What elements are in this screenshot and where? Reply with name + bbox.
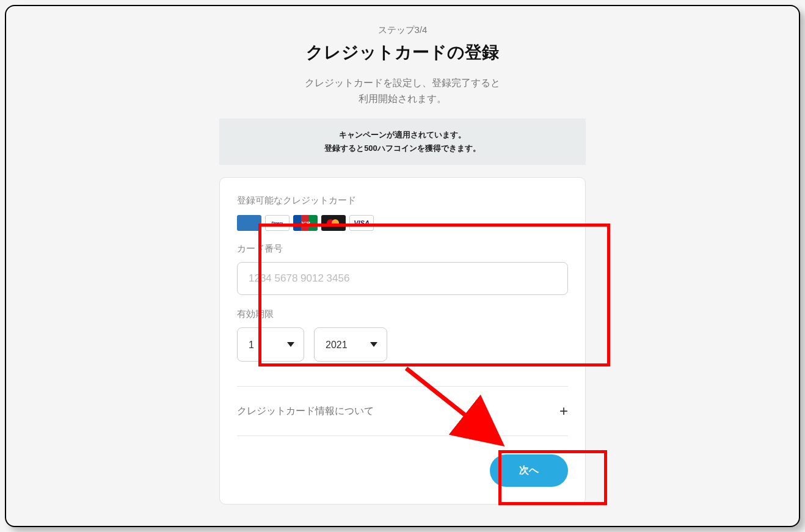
expiry-row: 1 2021 (237, 327, 568, 362)
card-number-input[interactable] (237, 262, 568, 295)
mastercard-icon (321, 215, 346, 231)
diners-icon: Diners (265, 215, 290, 231)
jcb-icon: JCB (293, 215, 318, 231)
page-frame: ステップ3/4 クレジットカードの登録 クレジットカードを設定し、登録完了すると… (5, 5, 800, 527)
next-button[interactable]: 次へ (490, 454, 568, 487)
campaign-banner: キャンペーンが適用されています。 登録すると500ハフコインを獲得できます。 (219, 118, 586, 165)
plus-icon: + (559, 403, 568, 420)
subtitle-line-1: クレジットカードを設定し、登録完了すると (6, 75, 799, 91)
accordion-title: クレジットカード情報について (237, 405, 374, 418)
campaign-line-2: 登録すると500ハフコインを獲得できます。 (229, 142, 576, 155)
card-number-label: カード番号 (237, 243, 568, 255)
campaign-line-1: キャンペーンが適用されています。 (229, 128, 576, 142)
expiry-year-select[interactable]: 2021 (314, 327, 387, 362)
page-header: ステップ3/4 クレジットカードの登録 クレジットカードを設定し、登録完了すると… (6, 24, 799, 106)
page-subtitle: クレジットカードを設定し、登録完了すると 利用開始されます。 (6, 75, 799, 106)
expiry-label: 有効期限 (237, 308, 568, 320)
accepted-cards-label: 登録可能なクレジットカード (237, 195, 568, 206)
card-form-section: カード番号 有効期限 1 2021 (237, 243, 568, 362)
step-indicator: ステップ3/4 (6, 24, 799, 36)
subtitle-line-2: 利用開始されます。 (6, 91, 799, 107)
about-card-accordion[interactable]: クレジットカード情報について + (237, 387, 568, 436)
credit-card-panel: 登録可能なクレジットカード Diners JCB VISA カード番号 有効期限… (219, 177, 586, 505)
amex-icon (237, 215, 261, 231)
page-title: クレジットカードの登録 (6, 41, 799, 64)
expiry-month-wrap: 1 (237, 327, 304, 362)
expiry-month-select[interactable]: 1 (237, 327, 304, 362)
card-logos-row: Diners JCB VISA (237, 215, 568, 231)
expiry-year-wrap: 2021 (314, 327, 387, 362)
button-row: 次へ (237, 454, 568, 487)
visa-icon: VISA (349, 215, 374, 231)
